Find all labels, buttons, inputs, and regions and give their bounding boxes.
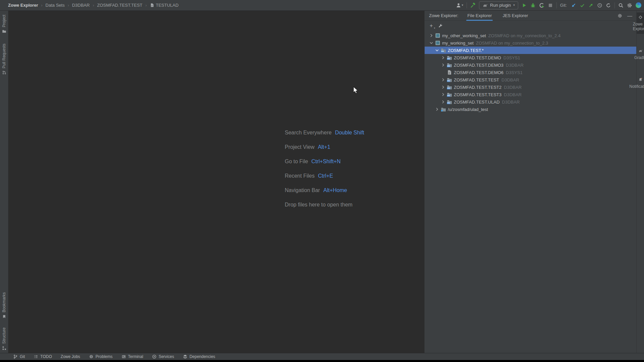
chevron-down-icon[interactable] xyxy=(434,48,440,53)
shortcut-link[interactable]: Ctrl+Shift+N xyxy=(311,159,340,165)
main-toolbar: Zowe Explorer › Data Sets › D3DBAR › ZOS… xyxy=(0,0,644,11)
chevron-right-icon[interactable] xyxy=(434,107,440,112)
gear-icon[interactable] xyxy=(618,13,622,18)
breadcrumb-dataset[interactable]: ZOSMFAD.TEST.TEST xyxy=(97,3,142,8)
problems-icon xyxy=(89,354,94,359)
tool-window-tab-zowe-jobs[interactable]: Zowe Jobs xyxy=(56,353,85,360)
chevron-right-icon[interactable] xyxy=(440,92,446,97)
search-icon xyxy=(618,3,624,8)
shortcut-link[interactable]: Ctrl+E xyxy=(318,173,333,179)
breadcrumb-connection[interactable]: D3DBAR xyxy=(72,3,90,8)
chevron-right-icon[interactable] xyxy=(440,55,446,60)
chevron-down-icon: ▾ xyxy=(513,4,515,7)
ide-logo-icon[interactable] xyxy=(636,2,641,8)
git-branch-icon xyxy=(13,354,18,359)
hint-row: Go to File Ctrl+Shift+N xyxy=(285,154,364,169)
hide-panel-button[interactable]: — xyxy=(627,13,632,18)
tree-item[interactable]: ZOSMFAD.TEST.DEMO D3SYS1 xyxy=(425,54,636,61)
gradle-icon xyxy=(638,49,643,53)
tree-item[interactable]: ZOSMFAD.TEST.TEST3 D3DBAR xyxy=(425,91,636,98)
toolbar-divider xyxy=(467,2,467,8)
git-push-button[interactable] xyxy=(588,3,594,8)
stop-button[interactable] xyxy=(548,3,553,8)
add-working-set-button[interactable]: +▾ xyxy=(430,23,433,28)
dataset-tree: my_other_working_set ZOSMFAD on my_conne… xyxy=(425,31,636,113)
user-account-button[interactable]: ▾ xyxy=(456,3,464,8)
bug-icon xyxy=(530,3,536,8)
settings-button[interactable] xyxy=(627,3,632,8)
panel-toolbar: +▾ xyxy=(425,21,636,31)
tree-item[interactable]: /u/zosmfad/ulad_test xyxy=(425,106,636,113)
run-configuration-select[interactable]: Run plugin ▾ xyxy=(479,1,518,9)
tool-window-tab-notifications[interactable]: Notifications xyxy=(637,75,644,92)
file-icon xyxy=(150,3,154,7)
tool-window-tab-project[interactable]: Project xyxy=(2,15,6,34)
breadcrumb-separator-icon: › xyxy=(146,3,147,8)
git-commit-button[interactable] xyxy=(580,3,585,8)
toolbar-divider xyxy=(614,2,615,8)
debug-button[interactable] xyxy=(530,3,536,8)
working-set-icon xyxy=(435,33,440,38)
tree-item[interactable]: my_working_set ZOSMFAD on my_connection_… xyxy=(425,39,636,47)
chevron-right-icon[interactable] xyxy=(440,99,446,105)
chevron-right-icon[interactable] xyxy=(440,84,446,90)
tab-file-explorer[interactable]: File Explorer xyxy=(466,11,493,21)
hint-row: Search Everywhere Double Shift xyxy=(285,125,364,140)
chevron-down-icon[interactable] xyxy=(429,40,434,46)
tool-window-tab-pull-requests[interactable]: Pull Requests xyxy=(2,44,6,75)
chevron-right-icon[interactable] xyxy=(440,77,446,82)
tree-item[interactable]: ZOSMFAD.TEST.TEST D3DBAR xyxy=(425,76,636,83)
drop-files-hint: Drop files here to open them xyxy=(285,197,364,212)
tree-item[interactable]: ZOSMFAD.TEST.DEMO3 D3DBAR xyxy=(425,61,636,69)
rollback-button[interactable] xyxy=(606,3,611,8)
toolbar-actions: ▾ Run plugin ▾ Git: xyxy=(456,1,641,9)
tool-window-tab-zowe-explorer[interactable]: Zowe Explorer xyxy=(637,12,644,34)
dataset-icon xyxy=(447,92,452,97)
gradle-icon xyxy=(482,3,488,8)
tool-window-tab-git[interactable]: Git xyxy=(9,353,29,360)
clock-icon xyxy=(597,3,602,8)
tree-item-selected[interactable]: ZOSMFAD.TEST.* xyxy=(425,47,636,54)
tree-item[interactable]: ZOSMFAD.TEST.TEST2 D3DBAR xyxy=(425,83,636,91)
tool-window-tab-gradle[interactable]: Gradle xyxy=(637,46,644,63)
tool-window-tab-todo[interactable]: TODO xyxy=(29,353,56,360)
tool-window-tab-dependencies[interactable]: Dependencies xyxy=(178,353,220,360)
breadcrumb-separator-icon: › xyxy=(93,3,94,8)
history-button[interactable] xyxy=(597,3,602,8)
chevron-right-icon[interactable] xyxy=(440,62,446,68)
tool-window-tab-bookmarks[interactable]: Bookmarks xyxy=(2,292,6,319)
tool-window-tab-problems[interactable]: Problems xyxy=(85,353,117,360)
breadcrumb-root[interactable]: Zowe Explorer xyxy=(8,3,38,8)
tab-jes-explorer[interactable]: JES Explorer xyxy=(501,11,529,21)
breadcrumb-member[interactable]: TESTULAD xyxy=(150,3,179,8)
shortcut-link[interactable]: Alt+1 xyxy=(318,144,330,150)
shortcut-link[interactable]: Alt+Home xyxy=(323,187,347,193)
breadcrumb-data-sets[interactable]: Data Sets xyxy=(46,3,65,8)
hint-row: Project View Alt+1 xyxy=(285,140,364,154)
tree-item[interactable]: ZOSMFAD.TEST.ULAD D3DBAR xyxy=(425,98,636,106)
git-label: Git: xyxy=(560,3,567,8)
search-everywhere-button[interactable] xyxy=(618,3,624,8)
tool-window-tab-structure[interactable]: Structure xyxy=(2,327,6,350)
pull-request-icon xyxy=(2,70,6,75)
arrow-down-left-icon xyxy=(571,3,576,8)
git-update-button[interactable] xyxy=(571,3,576,8)
tree-item[interactable]: my_other_working_set ZOSMFAD on my_conne… xyxy=(425,32,636,39)
left-tool-stripe: Project Pull Requests Bookmarks Structur… xyxy=(0,11,8,353)
working-set-icon xyxy=(435,40,440,46)
dataset-icon xyxy=(447,99,452,105)
panel-title: Zowe Explorer: xyxy=(429,13,458,18)
bell-icon xyxy=(638,77,643,82)
panel-header: Zowe Explorer: File Explorer JES Explore… xyxy=(425,11,636,21)
tool-window-tab-terminal[interactable]: Terminal xyxy=(117,353,148,360)
shortcut-link[interactable]: Double Shift xyxy=(335,130,364,136)
tool-window-tab-services[interactable]: Services xyxy=(148,353,178,360)
folder-icon xyxy=(2,29,6,34)
wrench-icon[interactable] xyxy=(438,23,443,28)
hammer-icon xyxy=(470,3,476,8)
build-button[interactable] xyxy=(470,3,476,8)
chevron-right-icon[interactable] xyxy=(429,33,434,38)
profile-button[interactable] xyxy=(539,3,544,8)
run-button[interactable] xyxy=(522,3,527,8)
tree-item[interactable]: ZOSMFAD.TEST.DEMO6 D3SYS1 xyxy=(425,69,636,76)
